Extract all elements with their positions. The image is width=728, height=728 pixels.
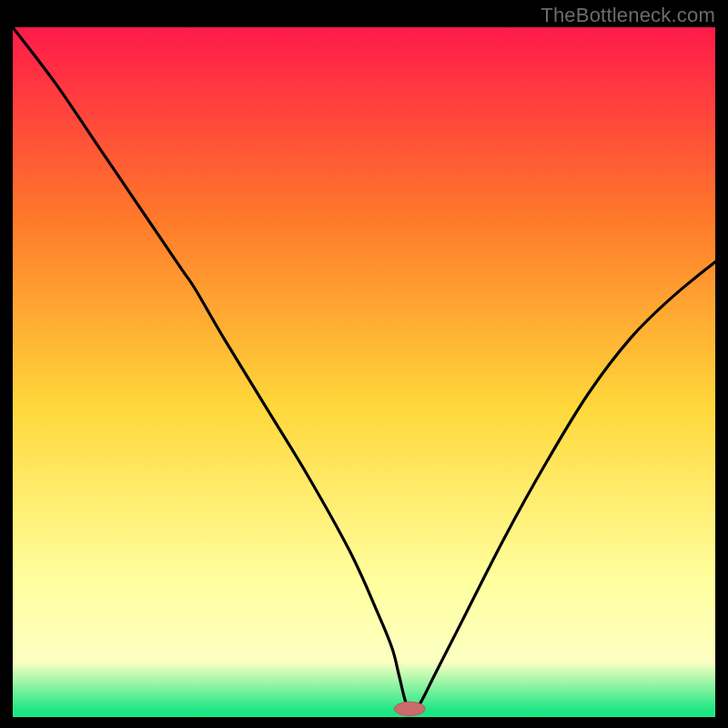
watermark-text: TheBottleneck.com bbox=[541, 4, 715, 27]
optimal-point-marker bbox=[394, 702, 425, 715]
chart-frame bbox=[13, 27, 715, 717]
gradient-background bbox=[13, 27, 715, 717]
bottleneck-chart bbox=[13, 27, 715, 717]
